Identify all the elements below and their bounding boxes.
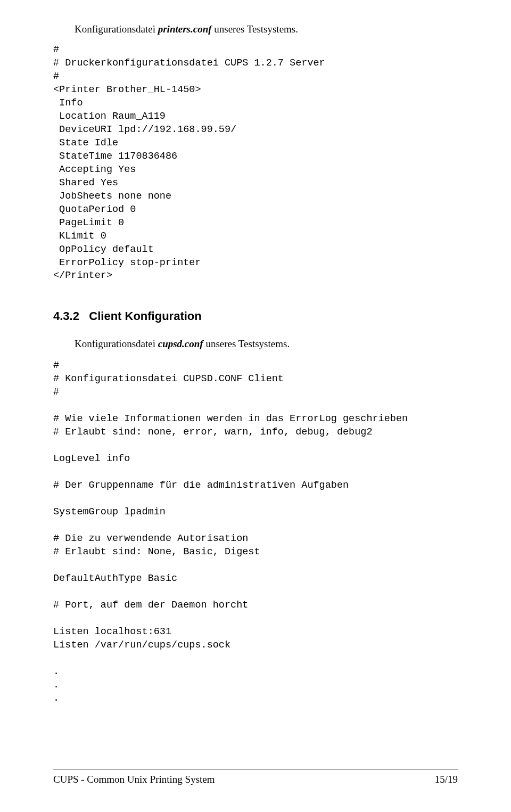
section-heading: 4.3.2 Client Konfiguration: [53, 309, 458, 323]
intro1-tail: unseres Testsystems.: [212, 23, 298, 35]
section-number: 4.3.2: [53, 309, 79, 323]
intro2-tail: unseres Testsystems.: [203, 338, 290, 349]
intro2-plain: Konfigurationsdatei: [75, 338, 158, 349]
footer-title: CUPS - Common Unix Printing System: [53, 774, 215, 785]
section-title: Client Konfiguration: [89, 309, 201, 323]
code-block-cupsd-conf: # # Konfigurationsdatei CUPSD.CONF Clien…: [53, 359, 458, 705]
intro2-filename: cupsd.conf: [158, 338, 203, 349]
footer-rule: [53, 769, 458, 769]
config-intro-2: Konfigurationsdatei cupsd.conf unseres T…: [75, 338, 458, 350]
config-intro-1: Konfigurationsdatei printers.conf unsere…: [75, 23, 458, 35]
intro1-plain: Konfigurationsdatei: [75, 23, 158, 35]
intro1-filename: printers.conf: [158, 23, 212, 35]
page-footer: CUPS - Common Unix Printing System 15/19: [53, 774, 458, 785]
code-block-printers-conf: # # Druckerkonfigurationsdatei CUPS 1.2.…: [53, 44, 458, 283]
footer-page-number: 15/19: [435, 774, 458, 785]
